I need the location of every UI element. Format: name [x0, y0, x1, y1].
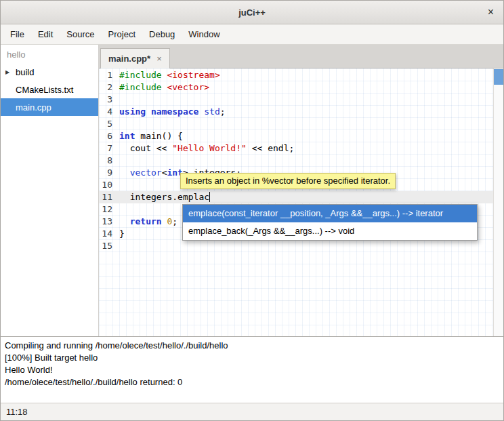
line-number: 15: [99, 240, 118, 252]
statusbar: 11:18: [1, 403, 503, 420]
editor-area: 1#include <iostream>2#include <vector>34…: [99, 68, 503, 336]
line-number: 9: [99, 167, 118, 179]
code-line[interactable]: 11 integers.emplac: [99, 191, 493, 203]
code-text: integers.emplac: [118, 191, 210, 203]
code-line[interactable]: 3: [99, 94, 493, 106]
line-number: 6: [99, 130, 118, 142]
line-number: 14: [99, 228, 118, 240]
code-text: using namespace std;: [118, 106, 226, 118]
output-line: [100%] Built target hello: [5, 352, 499, 364]
line-number: 8: [99, 155, 118, 167]
tree-item-cmakelists-txt[interactable]: CMakeLists.txt: [1, 81, 98, 98]
tree-item-label: CMakeLists.txt: [16, 85, 73, 95]
line-number: 12: [99, 203, 118, 216]
scrollbar-thumb[interactable]: [494, 69, 503, 85]
code-text: [118, 240, 119, 252]
close-icon[interactable]: ×: [488, 6, 494, 18]
file-tree: ▶buildCMakeLists.txtmain.cpp: [1, 63, 98, 116]
line-number: 4: [99, 106, 118, 118]
tab-close-icon[interactable]: ×: [156, 54, 162, 64]
code-line[interactable]: 2#include <vector>: [99, 81, 493, 94]
completion-popup: emplace(const_iterator __position, _Args…: [182, 204, 478, 241]
code-line[interactable]: 8: [99, 155, 493, 167]
line-number: 11: [99, 191, 118, 203]
menu-item-source[interactable]: Source: [60, 26, 101, 43]
tree-item-label: main.cpp: [16, 102, 51, 113]
editor-content: main.cpp* × 1#include <iostream>2#includ…: [99, 45, 503, 336]
menubar: FileEditSourceProjectDebugWindow: [1, 24, 503, 45]
titlebar: juCi++ ×: [1, 1, 503, 24]
code-text: [118, 94, 119, 106]
tabbar: main.cpp* ×: [99, 45, 503, 68]
code-text: int main() {: [118, 130, 183, 142]
text-cursor: [209, 192, 210, 202]
output-panel: Compiling and running /home/olece/test/h…: [1, 336, 503, 403]
line-number: 10: [99, 179, 118, 191]
tab-label: main.cpp*: [108, 54, 150, 64]
tab-main-cpp[interactable]: main.cpp* ×: [100, 48, 170, 68]
project-name: hello: [1, 45, 98, 63]
main-area: hello ▶buildCMakeLists.txtmain.cpp main.…: [1, 45, 503, 336]
code-text: return 0;: [118, 216, 177, 228]
expander-icon[interactable]: ▶: [5, 69, 9, 75]
code-line[interactable]: 6int main() {: [99, 130, 493, 142]
vertical-scrollbar[interactable]: [493, 68, 503, 336]
code-editor[interactable]: 1#include <iostream>2#include <vector>34…: [99, 68, 493, 336]
code-text: #include <iostream>: [118, 69, 220, 81]
output-line: Compiling and running /home/olece/test/h…: [5, 340, 499, 352]
line-number: 2: [99, 81, 118, 94]
output-line: Hello World!: [5, 364, 499, 376]
sidebar: hello ▶buildCMakeLists.txtmain.cpp: [1, 45, 99, 336]
code-text: cout << "Hello World!" << endl;: [118, 142, 294, 155]
tree-item-label: build: [16, 67, 34, 77]
window-title: juCi++: [238, 7, 266, 18]
tree-item-main-cpp[interactable]: main.cpp: [1, 98, 98, 116]
line-number: 3: [99, 94, 118, 106]
line-number: 1: [99, 69, 118, 81]
line-number: 5: [99, 118, 118, 130]
menu-item-project[interactable]: Project: [102, 26, 142, 43]
completion-item[interactable]: emplace(const_iterator __position, _Args…: [183, 205, 477, 222]
code-text: [118, 155, 119, 167]
line-number: 13: [99, 216, 118, 228]
menu-item-debug[interactable]: Debug: [142, 26, 182, 43]
line-number: 7: [99, 142, 118, 155]
code-line[interactable]: 4using namespace std;: [99, 106, 493, 118]
code-line[interactable]: 5: [99, 118, 493, 130]
menu-item-edit[interactable]: Edit: [31, 26, 60, 43]
status-time: 11:18: [6, 407, 28, 417]
tree-item-build[interactable]: ▶build: [1, 63, 98, 81]
menu-item-window[interactable]: Window: [182, 26, 226, 43]
app-window: juCi++ × FileEditSourceProjectDebugWindo…: [0, 0, 504, 421]
code-line[interactable]: 7 cout << "Hello World!" << endl;: [99, 142, 493, 155]
doc-tooltip: Inserts an object in %vector before spec…: [180, 173, 396, 189]
code-text: #include <vector>: [118, 81, 209, 94]
code-line[interactable]: 15: [99, 240, 493, 252]
code-text: [118, 203, 119, 216]
code-line[interactable]: 1#include <iostream>: [99, 69, 493, 81]
code-text: [118, 179, 119, 191]
output-line: /home/olece/test/hello/./build/hello ret…: [5, 376, 499, 388]
code-text: }: [118, 228, 125, 240]
code-text: [118, 118, 119, 130]
completion-item[interactable]: emplace_back(_Args &&__args...) --> void: [183, 222, 477, 240]
menu-item-file[interactable]: File: [3, 26, 31, 43]
